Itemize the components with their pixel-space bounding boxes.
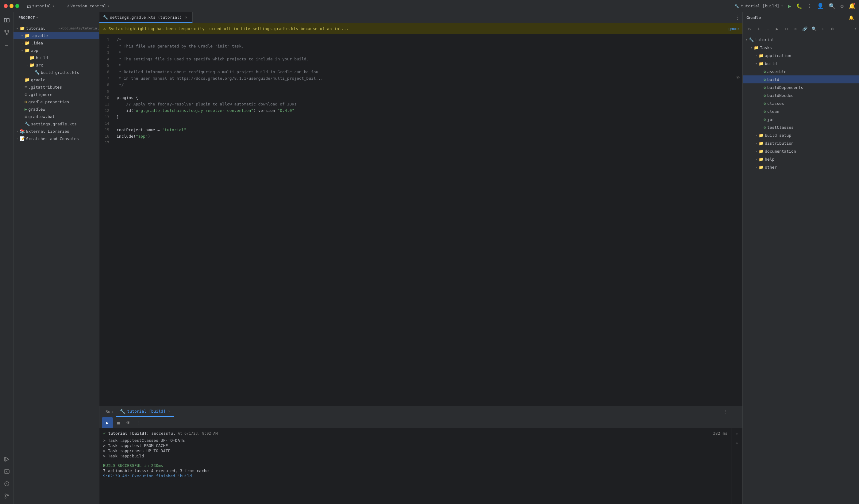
run-tab-label: Run: [106, 409, 112, 414]
run-tab-close-icon[interactable]: ×: [168, 409, 170, 413]
gradle-item-classes[interactable]: › ⚙ classes: [743, 99, 859, 107]
gradle-item-documentation[interactable]: › 📁 documentation: [743, 147, 859, 155]
gradle-item-buildNeeded[interactable]: › ⚙ buildNeeded: [743, 91, 859, 99]
ignore-warning-button[interactable]: Ignore: [727, 26, 739, 31]
file-icon-gradle-props: ⚙: [25, 99, 27, 104]
gradle-expand-icon[interactable]: ×: [791, 25, 800, 33]
activity-git-icon[interactable]: [1, 27, 12, 38]
editor-split: 🔧 settings.gradle.kts (tutorial) × ⋮ ⚠ S…: [100, 12, 742, 504]
gradle-remove-icon[interactable]: −: [764, 25, 772, 33]
tab-settings-gradle[interactable]: 🔧 settings.gradle.kts (tutorial) ×: [100, 12, 193, 23]
settings-button[interactable]: ⚙: [840, 3, 844, 9]
code-line-8: */: [117, 82, 742, 88]
gradle-activity-icon[interactable]: ⚡: [854, 26, 857, 31]
main-layout: ⋯: [0, 12, 859, 504]
code-editor[interactable]: 1 2 3 4 5 6 7 8 9 10 11 12 13: [100, 34, 742, 406]
gradle-item-help[interactable]: › 📁 help: [743, 155, 859, 163]
code-content[interactable]: /* * This file was generated by the Grad…: [114, 34, 742, 406]
gradle-item-build-group[interactable]: ▾ 📁 build: [743, 60, 859, 67]
search-everywhere-button[interactable]: 🔍: [829, 3, 835, 9]
tree-item-gradle-dir[interactable]: ▾ 📁 .gradle: [14, 32, 99, 39]
run-play-button[interactable]: ▶: [102, 417, 113, 428]
tree-item-gradle-props[interactable]: › ⚙ gradle.properties: [14, 98, 99, 106]
maximize-button[interactable]: [15, 4, 19, 8]
tree-item-idea[interactable]: › 📁 .idea: [14, 39, 99, 47]
gradle-item-distribution[interactable]: › 📁 distribution: [743, 139, 859, 147]
gradle-arrow-application: ›: [754, 54, 759, 57]
gradle-search-icon[interactable]: 🔍: [810, 25, 818, 33]
tree-item-gradlew-bat[interactable]: › ≡ gradlew.bat: [14, 113, 99, 120]
gradle-item-buildDependents[interactable]: › ⚙ buildDependents: [743, 83, 859, 91]
tab-run[interactable]: Run: [102, 406, 116, 417]
folder-icon-ext-libs: 📚: [20, 129, 25, 134]
tree-item-ext-libs[interactable]: › 📚 External Libraries: [14, 128, 99, 135]
run-content-area: ✓ tutorial [build]: successful At 6/1/23…: [100, 428, 742, 504]
project-name-label: tutorial: [32, 4, 51, 8]
gradle-arrow-other: ›: [754, 166, 759, 169]
version-control-selector[interactable]: ⑂ Version control ▾: [66, 4, 109, 9]
run-align-bottom-icon[interactable]: ⬇: [733, 439, 741, 447]
run-stop-button[interactable]: ■: [114, 419, 123, 427]
tree-item-settings-gradle[interactable]: › 🔧 settings.gradle.kts: [14, 120, 99, 128]
gradle-settings-icon[interactable]: ⚙: [828, 25, 837, 33]
gradle-item-jar[interactable]: › ⚙ jar: [743, 115, 859, 123]
close-button[interactable]: [4, 4, 7, 8]
gradle-item-application[interactable]: › 📁 application: [743, 51, 859, 60]
tree-item-build-dir[interactable]: › 📁 build: [14, 54, 99, 61]
tree-item-scratches[interactable]: › 📝 Scratches and Consoles: [14, 135, 99, 142]
notifications-button[interactable]: 🔔: [848, 3, 855, 9]
gradle-link-icon[interactable]: 🔗: [800, 25, 809, 33]
run-panel-more-icon[interactable]: ⋮: [722, 407, 730, 416]
gradle-item-testClasses[interactable]: › ⚙ testClasses: [743, 123, 859, 131]
run-eye-button[interactable]: 👁: [124, 419, 133, 427]
gradle-refresh-icon[interactable]: ↻: [745, 25, 754, 33]
activity-terminal-icon[interactable]: [1, 466, 12, 477]
gradle-run-icon[interactable]: ▶: [773, 25, 781, 33]
gradle-add-icon[interactable]: +: [754, 25, 763, 33]
tab-overflow-menu[interactable]: ⋮: [733, 15, 742, 20]
run-panel: Run 🔧 tutorial [build] × ⋮ −: [100, 406, 742, 504]
tab-close-settings[interactable]: ×: [184, 15, 189, 20]
activity-problems-icon[interactable]: [1, 478, 12, 489]
eye-icon[interactable]: 👁: [736, 74, 740, 81]
more-actions-button[interactable]: ⋮: [807, 3, 812, 9]
run-button[interactable]: ▶: [788, 3, 791, 9]
run-config-selector[interactable]: 🔧 tutorial [build] ▾: [735, 4, 783, 8]
gradle-task-icon-classes: ⚙: [764, 101, 766, 106]
gradle-item-build-setup[interactable]: › 📁 build setup: [743, 131, 859, 139]
run-align-top-icon[interactable]: ⬆: [733, 429, 741, 438]
activity-git2-icon[interactable]: [1, 490, 12, 502]
tree-item-gradlew[interactable]: › ▶ gradlew: [14, 106, 99, 113]
profile-button[interactable]: 👤: [817, 3, 824, 9]
run-panel-minimize-icon[interactable]: −: [732, 407, 740, 416]
activity-more-icon[interactable]: ⋯: [1, 39, 12, 50]
run-more-button[interactable]: ⋮: [134, 419, 142, 427]
tree-item-src[interactable]: › 📁 src: [14, 61, 99, 69]
tree-item-app[interactable]: ▾ 📁 app: [14, 47, 99, 54]
activity-project-icon[interactable]: [1, 15, 12, 26]
gradle-item-clean[interactable]: › ⚙ clean: [743, 107, 859, 115]
tree-item-gradle-subdir[interactable]: › 📁 gradle: [14, 76, 99, 83]
gradle-item-tasks[interactable]: ▾ 📁 Tasks: [743, 44, 859, 51]
tree-item-gitattributes[interactable]: › ≡ .gitattributes: [14, 83, 99, 91]
gradle-filter-icon[interactable]: ⊡: [819, 25, 827, 33]
gradle-arrow-help: ›: [754, 158, 759, 161]
gradle-collapse-icon[interactable]: ⊟: [782, 25, 790, 33]
tab-tutorial-build[interactable]: 🔧 tutorial [build] ×: [116, 406, 174, 417]
project-selector[interactable]: 🗂 tutorial ▾: [24, 4, 57, 9]
gradle-label-testClasses: testClasses: [767, 125, 859, 130]
gradle-folder-icon-other: 📁: [759, 165, 764, 170]
gradle-item-tutorial[interactable]: ▾ 🔧 tutorial: [743, 35, 859, 44]
run-success-project-label: tutorial [build]: [108, 431, 146, 436]
tree-item-gitignore[interactable]: › ⊘ .gitignore: [14, 91, 99, 98]
gradle-item-other[interactable]: › 📁 other: [743, 163, 859, 171]
gradle-item-assemble[interactable]: › ⚙ assemble: [743, 67, 859, 75]
activity-run-icon[interactable]: [1, 454, 12, 465]
gradle-item-build-task[interactable]: › ⚙ build: [743, 75, 859, 83]
tree-item-tutorial[interactable]: ▾ 📁 tutorial ~/Documents/tutorial: [14, 25, 99, 32]
tab-icon-settings: 🔧: [103, 15, 108, 20]
gradle-notifications-icon[interactable]: 🔔: [847, 14, 855, 22]
tree-item-build-gradle[interactable]: › 🔧 build.gradle.kts: [14, 69, 99, 76]
minimize-button[interactable]: [10, 4, 14, 8]
debug-button[interactable]: 🐛: [796, 3, 802, 9]
